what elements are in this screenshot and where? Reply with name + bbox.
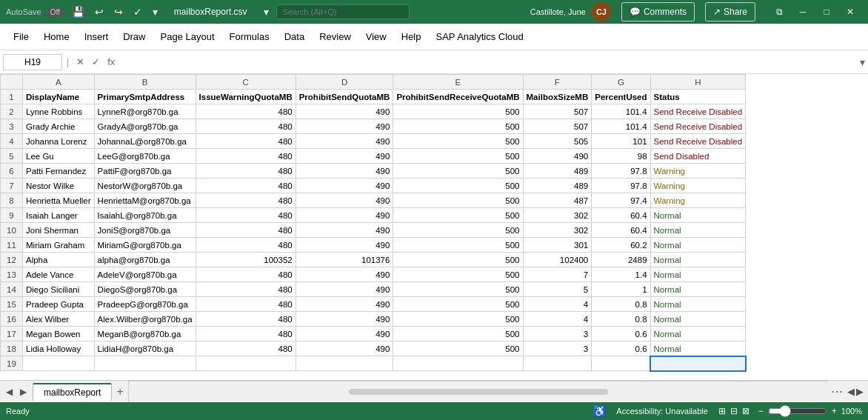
cell-F16[interactable]: 4 xyxy=(523,312,592,327)
cell-C8[interactable]: 480 xyxy=(196,193,296,208)
confirm-formula-icon[interactable]: ✓ xyxy=(89,55,103,69)
cell-G11[interactable]: 60.2 xyxy=(592,238,650,253)
cell-E15[interactable]: 500 xyxy=(393,297,523,312)
cell-G2[interactable]: 101.4 xyxy=(592,104,650,119)
cell-G13[interactable]: 1.4 xyxy=(592,267,650,282)
maximize-button[interactable]: □ xyxy=(815,3,838,21)
cell-H18[interactable]: Normal xyxy=(650,341,746,356)
cell-G5[interactable]: 98 xyxy=(592,149,650,164)
cell-H11[interactable]: Normal xyxy=(650,238,746,253)
cancel-formula-icon[interactable]: ✕ xyxy=(73,55,87,69)
cell-C1[interactable]: IssueWarningQuotaMB xyxy=(196,90,296,104)
cell-D17[interactable]: 490 xyxy=(296,327,393,341)
cell-E4[interactable]: 500 xyxy=(393,134,523,149)
cell-A15[interactable]: Pradeep Gupta xyxy=(23,297,95,312)
col-header-G[interactable]: G xyxy=(592,75,650,90)
cell-F17[interactable]: 3 xyxy=(523,327,592,341)
page-break-button[interactable]: ⊠ xyxy=(741,404,751,418)
cell-A16[interactable]: Alex Wilber xyxy=(23,312,95,327)
menu-data[interactable]: Data xyxy=(277,27,312,47)
cell-C19[interactable] xyxy=(196,356,296,371)
scroll-right-button[interactable]: ▶ xyxy=(856,386,864,397)
cell-H7[interactable]: Warning xyxy=(650,179,746,193)
cell-D12[interactable]: 101376 xyxy=(296,253,393,267)
cell-D8[interactable]: 490 xyxy=(296,193,393,208)
checkmark-icon[interactable]: ✓ xyxy=(130,4,145,19)
cell-A17[interactable]: Megan Bowen xyxy=(23,327,95,341)
cell-B11[interactable]: MiriamG@org870b.ga xyxy=(94,238,196,253)
cell-D4[interactable]: 490 xyxy=(296,134,393,149)
cell-D16[interactable]: 490 xyxy=(296,312,393,327)
sheet-tab-mailboxreport[interactable]: mailboxReport xyxy=(33,383,112,401)
hscroll-area[interactable] xyxy=(128,381,828,402)
menu-help[interactable]: Help xyxy=(394,27,429,47)
autosave-toggle[interactable]: Off xyxy=(46,7,64,17)
cell-C5[interactable]: 480 xyxy=(196,149,296,164)
cell-E18[interactable]: 500 xyxy=(393,341,523,356)
cell-F15[interactable]: 4 xyxy=(523,297,592,312)
cell-A2[interactable]: Lynne Robbins xyxy=(23,104,95,119)
cell-C4[interactable]: 480 xyxy=(196,134,296,149)
cell-C15[interactable]: 480 xyxy=(196,297,296,312)
cell-G4[interactable]: 101 xyxy=(592,134,650,149)
cell-C2[interactable]: 480 xyxy=(196,104,296,119)
cell-A13[interactable]: Adele Vance xyxy=(23,267,95,282)
cell-G9[interactable]: 60.4 xyxy=(592,208,650,223)
minimize-button[interactable]: ─ xyxy=(791,3,815,21)
cell-B18[interactable]: LidiaH@org870b.ga xyxy=(94,341,196,356)
normal-view-button[interactable]: ⊞ xyxy=(717,404,727,418)
cell-B14[interactable]: DiegoS@org870b.ga xyxy=(94,282,196,297)
comments-button[interactable]: 💬 Comments xyxy=(621,2,695,21)
next-sheet-button[interactable]: ▶ xyxy=(17,385,30,399)
page-layout-button[interactable]: ⊟ xyxy=(729,404,739,418)
menu-sap[interactable]: SAP Analytics Cloud xyxy=(429,27,531,47)
cell-F14[interactable]: 5 xyxy=(523,282,592,297)
cell-B4[interactable]: JohannaL@org870b.ga xyxy=(94,134,196,149)
cell-D18[interactable]: 490 xyxy=(296,341,393,356)
cell-B16[interactable]: Alex.Wilber@org870b.ga xyxy=(94,312,196,327)
col-header-A[interactable]: A xyxy=(23,75,95,90)
menu-page-layout[interactable]: Page Layout xyxy=(153,27,222,47)
cell-E17[interactable]: 500 xyxy=(393,327,523,341)
zoom-slider[interactable] xyxy=(768,405,827,417)
cell-A14[interactable]: Diego Siciliani xyxy=(23,282,95,297)
sheet-options-icon[interactable]: ⋯ xyxy=(828,383,846,400)
cell-D7[interactable]: 490 xyxy=(296,179,393,193)
cell-A7[interactable]: Nestor Wilke xyxy=(23,179,95,193)
zoom-in-icon[interactable]: + xyxy=(830,404,838,418)
cell-C17[interactable]: 480 xyxy=(196,327,296,341)
prev-sheet-button[interactable]: ◀ xyxy=(3,385,16,399)
formula-input[interactable] xyxy=(121,56,857,69)
cell-F19[interactable] xyxy=(523,356,592,371)
cell-D14[interactable]: 490 xyxy=(296,282,393,297)
cell-B13[interactable]: AdeleV@org870b.ga xyxy=(94,267,196,282)
cell-D6[interactable]: 490 xyxy=(296,164,393,179)
menu-draw[interactable]: Draw xyxy=(116,27,153,47)
cell-A11[interactable]: Miriam Graham xyxy=(23,238,95,253)
cell-B19[interactable] xyxy=(94,356,196,371)
cell-H19[interactable] xyxy=(650,356,746,371)
cell-A12[interactable]: Alpha xyxy=(23,253,95,267)
hscroll-thumb[interactable] xyxy=(349,389,608,395)
cell-H2[interactable]: Send Receive Disabled xyxy=(650,104,746,119)
cell-E9[interactable]: 500 xyxy=(393,208,523,223)
cell-F13[interactable]: 7 xyxy=(523,267,592,282)
cell-C11[interactable]: 480 xyxy=(196,238,296,253)
cell-G17[interactable]: 0.6 xyxy=(592,327,650,341)
cell-D15[interactable]: 490 xyxy=(296,297,393,312)
cell-F12[interactable]: 102400 xyxy=(523,253,592,267)
cell-C16[interactable]: 480 xyxy=(196,312,296,327)
cell-A1[interactable]: DisplayName xyxy=(23,90,95,104)
cell-F3[interactable]: 507 xyxy=(523,119,592,134)
cell-H16[interactable]: Normal xyxy=(650,312,746,327)
scroll-left-button[interactable]: ◀ xyxy=(847,386,855,397)
cell-E13[interactable]: 500 xyxy=(393,267,523,282)
save-icon[interactable]: 💾 xyxy=(69,4,87,19)
col-header-H[interactable]: H xyxy=(650,75,746,90)
close-button[interactable]: ✕ xyxy=(838,3,862,21)
cell-D10[interactable]: 490 xyxy=(296,223,393,238)
cell-C6[interactable]: 480 xyxy=(196,164,296,179)
search-input[interactable] xyxy=(276,4,410,19)
cell-E10[interactable]: 500 xyxy=(393,223,523,238)
cell-D2[interactable]: 490 xyxy=(296,104,393,119)
